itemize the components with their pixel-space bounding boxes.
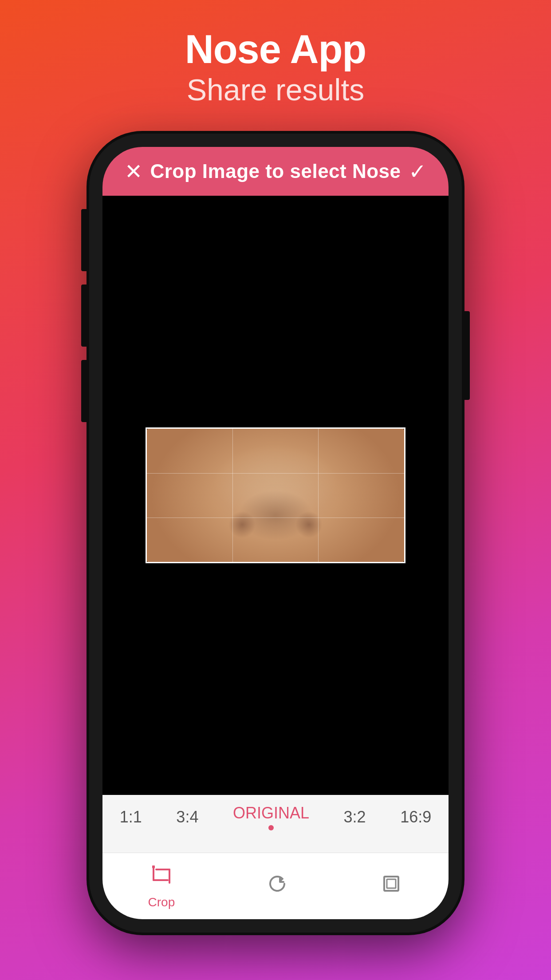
ratio-16-9[interactable]: 16:9 [400,808,431,826]
toolbar-item-expand[interactable] [380,872,403,901]
crop-tool-icon [150,863,173,892]
ratio-1-1-label: 1:1 [120,808,142,826]
app-subtitle: Share results [185,72,366,107]
ratio-options: 1:1 3:4 ORIGINAL 3:2 16:9 [102,804,449,830]
crop-header-bar: ✕ Crop Image to select Nose ✓ [102,147,449,196]
ratio-3-4[interactable]: 3:4 [176,808,198,826]
expand-tool-icon [380,872,403,901]
ratio-3-4-label: 3:4 [176,808,198,826]
rotate-tool-icon [266,872,289,901]
ratio-original[interactable]: ORIGINAL [233,804,309,830]
ratio-active-dot [268,825,274,830]
crop-tool-label: Crop [148,895,175,909]
app-title: Nose App [185,27,366,72]
toolbar: Crop [102,853,449,919]
toolbar-item-rotate[interactable] [266,872,289,901]
ratio-bar: 1:1 3:4 ORIGINAL 3:2 16:9 [102,795,449,853]
svg-rect-4 [152,865,155,868]
app-header: Nose App Share results [185,0,366,125]
phone-wrapper: ✕ Crop Image to select Nose ✓ [89,134,462,933]
ratio-3-2-label: 3:2 [344,808,366,826]
phone-screen: ✕ Crop Image to select Nose ✓ [102,147,449,919]
confirm-icon[interactable]: ✓ [409,159,426,184]
ratio-original-label: ORIGINAL [233,804,309,822]
ratio-16-9-label: 16:9 [400,808,431,826]
close-icon[interactable]: ✕ [125,159,142,184]
nose-image [147,429,404,562]
ratio-3-2[interactable]: 3:2 [344,808,366,826]
crop-image-container[interactable] [147,429,404,562]
image-area [102,196,449,795]
svg-rect-6 [387,879,396,888]
ratio-1-1[interactable]: 1:1 [120,808,142,826]
phone-outer: ✕ Crop Image to select Nose ✓ [89,134,462,933]
toolbar-item-crop[interactable]: Crop [148,863,175,909]
crop-header-title: Crop Image to select Nose [150,160,401,182]
